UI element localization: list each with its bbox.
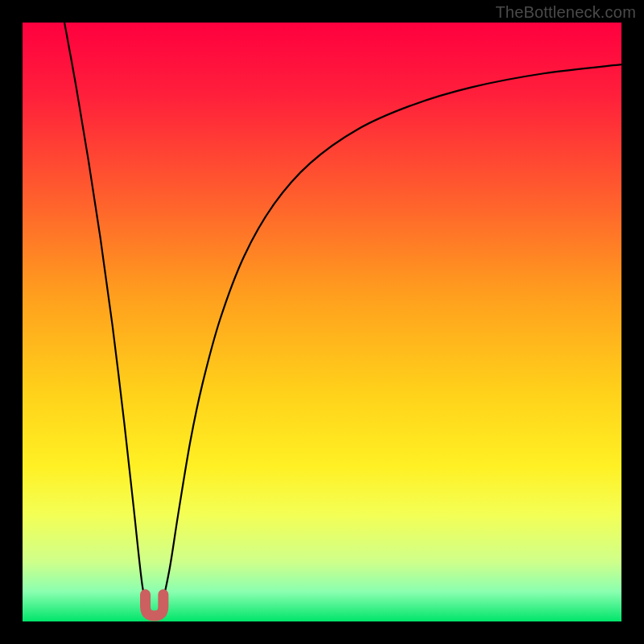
- chart-frame: TheBottleneck.com: [0, 0, 644, 644]
- plot-area: [23, 23, 621, 621]
- watermark-text: TheBottleneck.com: [495, 3, 636, 22]
- chart-svg: [23, 23, 621, 621]
